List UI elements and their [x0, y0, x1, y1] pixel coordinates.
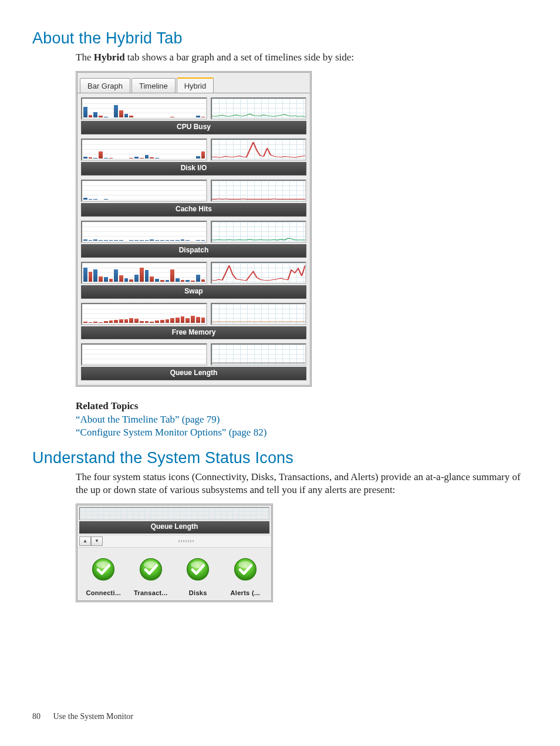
tab-bar: Bar Graph Timeline Hybrid — [77, 73, 310, 93]
tab-hybrid[interactable]: Hybrid — [177, 77, 214, 93]
check-ok-icon — [174, 557, 222, 584]
metric-label: Free Memory — [81, 326, 306, 340]
status-icon-transactions[interactable]: Transact... — [127, 557, 175, 597]
status-icon-label: Disks — [174, 589, 222, 598]
tab-bar-graph[interactable]: Bar Graph — [80, 78, 130, 93]
metric-block: Dispatch — [80, 219, 308, 258]
metric-row — [80, 137, 308, 161]
metric-block: Cache Hits — [80, 178, 308, 217]
figure-hybrid-tab-screenshot: Bar Graph Timeline Hybrid CPU BusyDisk I… — [76, 71, 312, 387]
metric-row — [80, 342, 308, 366]
metric-label: CPU Busy — [81, 121, 306, 134]
check-ok-icon — [80, 557, 127, 584]
timeline-panel — [211, 303, 306, 325]
paragraph-status-intro: The four system status icons (Connectivi… — [76, 471, 528, 497]
metric-label: Swap — [81, 285, 306, 299]
metric-row — [80, 219, 308, 243]
timeline-panel — [211, 180, 306, 202]
scroll-down-button[interactable]: ▼ — [91, 536, 103, 546]
metric-row — [80, 301, 308, 325]
bar-graph-panel — [81, 343, 207, 366]
heading-about-hybrid-tab: About the Hybrid Tab — [32, 29, 528, 48]
metric-label-queue-length: Queue Length — [79, 521, 269, 534]
text-fragment: tab shows a bar graph and a set of timel… — [125, 52, 354, 63]
check-ok-icon — [127, 557, 175, 584]
status-icon-connectivity[interactable]: Connecti... — [80, 557, 127, 597]
timeline-panel — [211, 221, 306, 243]
bar-graph-panel — [81, 221, 207, 243]
check-ok-icon — [222, 557, 269, 584]
status-icon-disks[interactable]: Disks — [174, 557, 222, 597]
metric-row — [80, 178, 308, 202]
text-bold-hybrid: Hybrid — [94, 52, 125, 63]
bar-graph-panel — [81, 139, 207, 161]
page-footer: 80 Use the System Monitor — [32, 712, 133, 721]
status-icon-alerts[interactable]: Alerts (... — [222, 557, 269, 597]
metric-row — [80, 96, 308, 120]
status-icon-label: Transact... — [127, 589, 175, 598]
metric-block: Queue Length — [80, 342, 308, 380]
tab-timeline[interactable]: Timeline — [131, 78, 176, 93]
metric-label: Queue Length — [81, 367, 306, 380]
metric-label: Disk I/O — [81, 162, 306, 175]
link-about-timeline-tab[interactable]: “About the Timeline Tab” (page 79) — [76, 413, 528, 426]
scroll-up-button[interactable]: ▲ — [79, 536, 91, 546]
metric-row — [80, 260, 308, 284]
text-fragment: The — [76, 52, 94, 63]
timeline-panel — [211, 262, 306, 284]
mini-timeline-strip — [79, 507, 269, 520]
bar-graph-panel — [81, 262, 207, 284]
bar-graph-panel — [81, 303, 207, 325]
bar-graph-panel — [81, 97, 207, 120]
bar-graph-panel — [81, 180, 207, 202]
scroll-arrow-row: ▲ ▼ — [77, 535, 271, 548]
timeline-panel — [211, 97, 306, 120]
heading-understand-status-icons: Understand the System Status Icons — [32, 449, 528, 467]
metric-block: Swap — [80, 260, 308, 299]
metric-label: Dispatch — [81, 244, 306, 258]
figure-status-icons-screenshot: Queue Length ▲ ▼ Connecti... — [76, 504, 273, 602]
resize-grip[interactable] — [178, 540, 194, 542]
related-topics-heading: Related Topics — [76, 400, 528, 413]
status-icon-label: Connecti... — [80, 589, 127, 598]
hybrid-tab-body: CPU BusyDisk I/OCache HitsDispatchSwapFr… — [77, 93, 310, 385]
link-configure-system-monitor-options[interactable]: “Configure System Monitor Options” (page… — [76, 426, 528, 439]
metric-block: CPU Busy — [80, 96, 308, 134]
status-icon-label: Alerts (... — [222, 589, 269, 598]
timeline-panel — [211, 343, 306, 366]
paragraph-hybrid-intro: The Hybrid tab shows a bar graph and a s… — [76, 51, 528, 64]
metric-label: Cache Hits — [81, 203, 306, 217]
page-number: 80 — [32, 712, 41, 721]
metric-block: Free Memory — [80, 301, 308, 340]
timeline-panel — [211, 139, 306, 161]
footer-chapter-title: Use the System Monitor — [53, 712, 134, 721]
metric-block: Disk I/O — [80, 137, 308, 175]
